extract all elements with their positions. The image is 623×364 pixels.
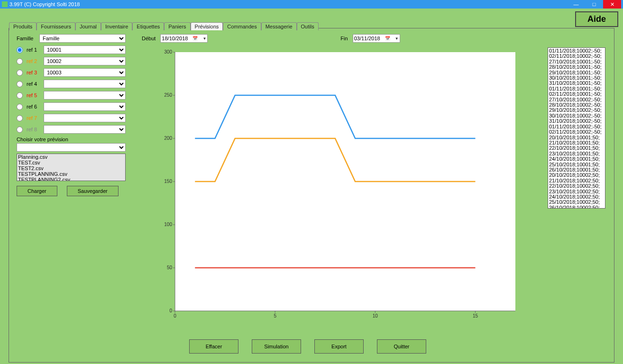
ref-combo-2[interactable]: 10002 (44, 57, 126, 65)
ref-radio-6[interactable] (17, 104, 23, 110)
ref-label-3: ref 3 (27, 70, 42, 75)
charger-button[interactable]: Charger (17, 186, 57, 196)
log-line: 22/10/2018;10001;50; (549, 146, 605, 151)
log-line: 28/10/2018;10001;-50; (549, 64, 605, 70)
effacer-button[interactable]: Effacer (189, 339, 238, 354)
ref-label-8: ref 8 (27, 127, 42, 132)
ref-combo-5[interactable] (44, 91, 126, 100)
log-line: 02/11/2018;10001;-50; (549, 91, 605, 97)
fin-date-value: 03/11/2018 (354, 36, 380, 41)
ref-radio-1[interactable] (17, 47, 23, 53)
list-item[interactable]: TEST2.csv (17, 165, 125, 171)
ref-combo-1[interactable]: 10001 (44, 46, 126, 54)
ref-combo-6[interactable] (44, 102, 126, 111)
ref-combo-4[interactable] (44, 80, 126, 88)
ref-radio-3[interactable] (17, 70, 23, 76)
ref-combo-3[interactable]: 10003 (44, 68, 126, 77)
famille-label: Famille (17, 36, 37, 41)
ref-label-5: ref 5 (27, 92, 42, 98)
svg-text:5: 5 (274, 313, 276, 318)
fin-label: Fin (340, 36, 348, 41)
quitter-button[interactable]: Quitter (377, 339, 426, 354)
choose-prevision-label: Choisir votre prévision (17, 136, 126, 142)
log-line: 02/11/2018;10002;-50; (549, 129, 605, 135)
debut-label: Début (142, 36, 156, 41)
svg-text:0: 0 (169, 308, 172, 313)
left-panel: Famille Famille ref 110001ref 210002ref … (17, 34, 126, 196)
svg-text:10: 10 (373, 313, 378, 318)
maximize-button[interactable]: □ (585, 0, 603, 9)
sauvegarder-button[interactable]: Sauvegarder (67, 186, 119, 196)
choose-prevision-combo[interactable] (17, 143, 126, 152)
svg-text:200: 200 (164, 136, 172, 141)
ref-label-1: ref 1 (27, 47, 42, 53)
simulation-button[interactable]: Simulation (252, 339, 301, 354)
svg-text:150: 150 (164, 179, 172, 184)
ref-combo-7[interactable] (44, 114, 126, 122)
famille-combo[interactable]: Famille (39, 34, 126, 43)
debut-date-value: 18/10/2018 (162, 36, 188, 41)
export-button[interactable]: Export (314, 339, 364, 354)
ref-label-7: ref 7 (27, 115, 42, 121)
svg-text:100: 100 (164, 222, 172, 227)
log-line: 26/10/2018;10002;50; (549, 205, 605, 209)
log-line: 24/10/2018;10001;50; (549, 156, 605, 162)
ref-radio-7[interactable] (17, 115, 23, 121)
titlebar: 3.99T (C) Copyright Solti 2018 — □ ✕ (0, 0, 623, 9)
app-icon (2, 1, 8, 7)
debut-date-input[interactable]: 18/10/2018 📅 ▼ (160, 34, 208, 43)
calendar-icon: 📅 (192, 36, 198, 41)
ref-label-6: ref 6 (27, 104, 42, 109)
list-item[interactable]: TEST.csv (17, 160, 125, 165)
ref-combo-8[interactable] (44, 125, 126, 134)
log-line: 22/10/2018;10002;50; (549, 183, 605, 189)
chart: 050100150200250300051015 (156, 47, 520, 322)
main-frame: ProduitsFournisseursJournalInventaireEti… (9, 28, 614, 363)
close-button[interactable]: ✕ (603, 0, 621, 9)
ref-radio-5[interactable] (17, 92, 23, 99)
fin-date-input[interactable]: 03/11/2018 📅 ▼ (353, 34, 400, 43)
ref-label-2: ref 2 (27, 58, 42, 64)
window-title: 3.99T (C) Copyright Solti 2018 (9, 1, 80, 7)
svg-text:0: 0 (174, 313, 176, 318)
calendar-icon: 📅 (385, 36, 390, 41)
svg-text:50: 50 (167, 265, 173, 270)
list-item[interactable]: TESTPLANNING2.csv (17, 177, 125, 181)
chevron-down-icon: ▼ (202, 36, 206, 41)
list-item[interactable]: Planning.csv (17, 154, 125, 160)
file-listbox[interactable]: Planning.csvTEST.csvTEST2.csvTESTPLANNIN… (17, 154, 126, 181)
svg-text:250: 250 (164, 92, 172, 98)
data-log-list[interactable]: 01/11/2018;10002;-50;02/11/2018;10002;-5… (548, 47, 605, 209)
svg-text:300: 300 (164, 49, 172, 55)
help-button[interactable]: Aide (575, 11, 618, 27)
svg-text:15: 15 (473, 313, 478, 318)
chevron-down-icon: ▼ (395, 36, 399, 41)
list-item[interactable]: TESTPLANNING.csv (17, 171, 125, 177)
log-line: 31/10/2018;10002;-50; (549, 118, 605, 124)
ref-radio-4[interactable] (17, 81, 23, 87)
ref-label-4: ref 4 (27, 81, 42, 87)
ref-radio-8[interactable] (17, 127, 23, 133)
ref-radio-2[interactable] (17, 58, 23, 64)
minimize-button[interactable]: — (567, 0, 585, 9)
